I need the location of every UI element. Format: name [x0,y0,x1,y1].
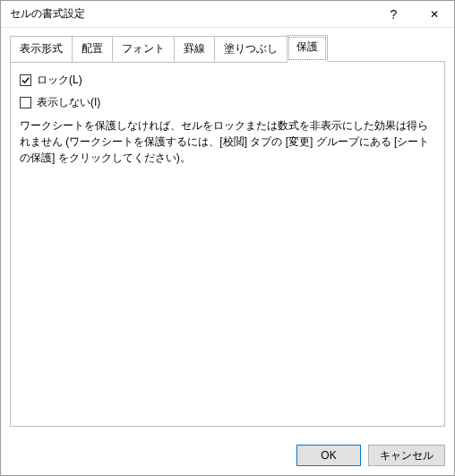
help-button[interactable]: ? [373,1,414,28]
window-title: セルの書式設定 [10,6,373,22]
tab-panel-protection: ロック(L) 表示しない(I) ワークシートを保護しなければ、セルをロックまたは… [10,61,445,427]
tab-font[interactable]: フォント [112,36,175,63]
protection-description: ワークシートを保護しなければ、セルをロックまたは数式を非表示にした効果は得られま… [20,117,435,166]
titlebar: セルの書式設定 ? ✕ [1,1,454,28]
close-button[interactable]: ✕ [414,1,454,28]
tab-display-format[interactable]: 表示形式 [10,36,73,63]
hide-label: 表示しない(I) [37,95,100,110]
tab-protection[interactable]: 保護 [287,35,328,62]
button-bar: OK キャンセル [1,436,454,475]
dialog-window: セルの書式設定 ? ✕ 表示形式 配置 フォント 罫線 塗りつぶし 保護 ロック [0,0,455,476]
tab-border[interactable]: 罫線 [174,36,215,63]
hide-checkbox[interactable] [20,97,31,108]
checkmark-icon [21,76,30,84]
tab-fill[interactable]: 塗りつぶし [214,36,288,63]
dialog-content: 表示形式 配置 フォント 罫線 塗りつぶし 保護 ロック(L) 表示しない(I)… [1,28,454,436]
ok-button[interactable]: OK [296,445,361,466]
cancel-button[interactable]: キャンセル [368,445,445,466]
lock-checkbox-row[interactable]: ロック(L) [20,73,435,88]
hide-checkbox-row[interactable]: 表示しない(I) [20,95,435,110]
help-icon: ? [391,7,398,22]
close-icon: ✕ [430,8,439,21]
tab-alignment[interactable]: 配置 [72,36,113,63]
lock-checkbox[interactable] [20,74,31,86]
lock-label: ロック(L) [37,73,82,88]
tab-list: 表示形式 配置 フォント 罫線 塗りつぶし 保護 [10,35,445,62]
